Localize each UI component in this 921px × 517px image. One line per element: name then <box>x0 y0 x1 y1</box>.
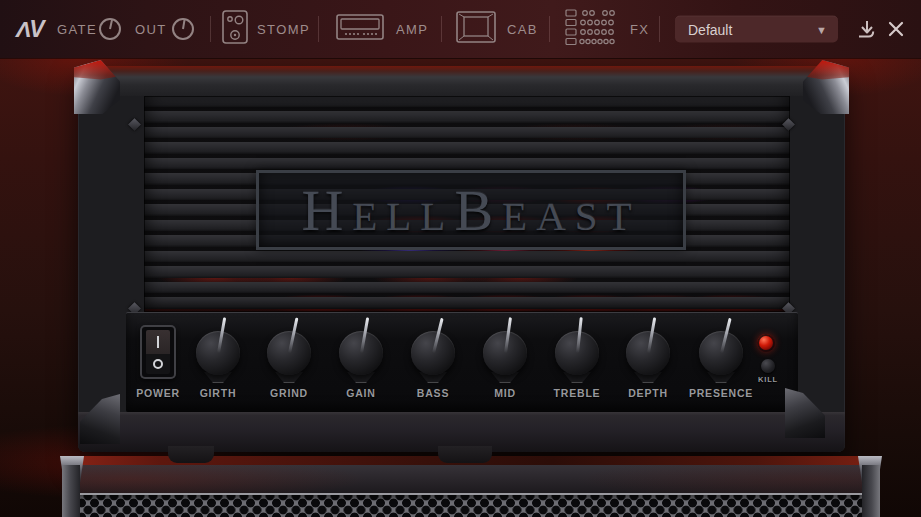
amp-head-top-roll <box>78 66 845 96</box>
amp-foot <box>438 446 492 463</box>
treble-knob[interactable] <box>554 325 600 383</box>
preset-value: Default <box>688 21 816 37</box>
audio-assault-logo: ΛV <box>16 16 43 43</box>
presence-knob[interactable] <box>698 325 744 383</box>
kill-switch[interactable] <box>761 359 775 373</box>
metal-corner-bottom-left <box>80 394 120 444</box>
gain-knob[interactable] <box>338 325 384 383</box>
toolbar-divider <box>549 16 550 42</box>
download-icon[interactable] <box>856 18 878 40</box>
gate-label: GATE <box>57 22 97 37</box>
close-icon[interactable] <box>886 19 906 39</box>
presence-label: PRESENCE <box>676 387 766 399</box>
cab-button[interactable] <box>456 11 496 47</box>
metal-corner-bottom-right <box>785 388 825 438</box>
toolbar-divider <box>318 16 319 42</box>
brand-plate: HellBeast <box>256 170 686 250</box>
amp-label[interactable]: AMP <box>396 22 428 37</box>
screw-icon <box>128 118 141 131</box>
bass-knob[interactable] <box>410 325 456 383</box>
power-switch-on-half[interactable] <box>146 330 170 354</box>
chevron-down-icon: ▼ <box>816 23 827 35</box>
stomp-label[interactable]: STOMP <box>257 22 310 37</box>
cab-label[interactable]: CAB <box>507 22 538 37</box>
toolbar-divider <box>441 16 442 42</box>
fx-button[interactable] <box>565 8 621 50</box>
cabinet-front-roll <box>62 465 880 493</box>
out-label: OUT <box>135 22 167 37</box>
cabinet-post-left <box>62 465 80 517</box>
mid-knob[interactable] <box>482 325 528 383</box>
out-knob-icon[interactable] <box>171 17 195 41</box>
kill-label: KILL <box>746 375 790 384</box>
amp-head-icon <box>336 13 384 41</box>
control-panel: POWER GIRTH <box>126 312 798 412</box>
girth-knob[interactable] <box>195 325 241 383</box>
power-on-symbol <box>157 336 159 348</box>
rack-icon <box>565 8 621 46</box>
toolbar: ΛV GATE OUT STOMP <box>0 0 921 58</box>
power-switch[interactable] <box>140 325 176 379</box>
cabinet-icon <box>456 11 496 43</box>
brand-name: HellBeast <box>301 177 640 244</box>
amp-render-stage: HellBeast POWER <box>0 58 921 517</box>
amp-button[interactable] <box>336 13 384 45</box>
power-led <box>757 334 775 352</box>
toolbar-divider <box>210 16 211 42</box>
grind-knob[interactable] <box>266 325 312 383</box>
power-off-symbol <box>153 359 163 369</box>
pedal-icon <box>222 10 248 44</box>
depth-knob[interactable] <box>625 325 671 383</box>
stomp-button[interactable] <box>222 10 248 48</box>
power-switch-off-half[interactable] <box>146 354 170 374</box>
cabinet-metal-grille <box>62 493 880 517</box>
amp-head: HellBeast POWER <box>78 66 845 452</box>
preset-dropdown[interactable]: Default ▼ <box>675 16 838 43</box>
gate-knob-icon[interactable] <box>98 17 122 41</box>
cabinet-post-right <box>862 465 880 517</box>
speaker-cabinet <box>62 456 880 517</box>
amp-foot <box>168 446 214 463</box>
toolbar-divider <box>659 16 660 42</box>
fx-label[interactable]: FX <box>630 22 649 37</box>
hellbeast-plugin-window: ΛV GATE OUT STOMP <box>0 0 921 517</box>
